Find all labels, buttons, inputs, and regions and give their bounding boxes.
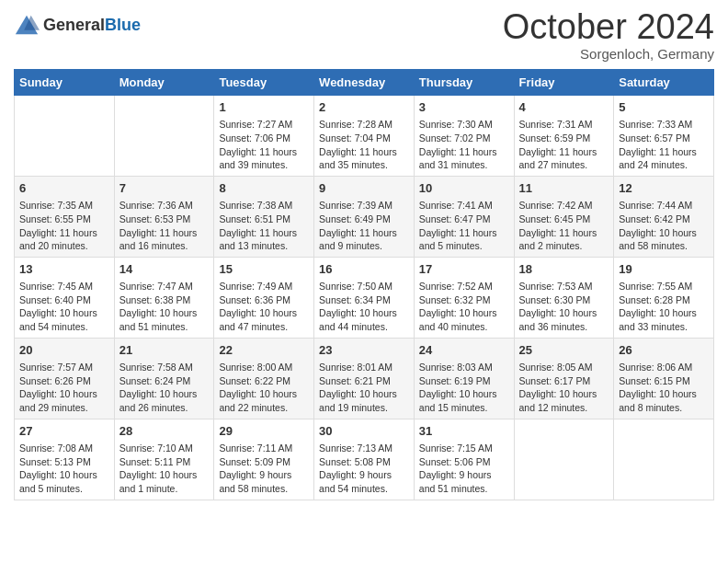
day-cell: 25Sunrise: 8:05 AM Sunset: 6:17 PM Dayli… (514, 338, 614, 419)
day-detail: Sunrise: 7:42 AM Sunset: 6:45 PM Dayligh… (519, 199, 609, 253)
day-cell: 31Sunrise: 7:15 AM Sunset: 5:06 PM Dayli… (414, 419, 514, 500)
day-detail: Sunrise: 7:33 AM Sunset: 6:57 PM Dayligh… (619, 118, 709, 172)
day-cell (15, 96, 115, 177)
day-number: 11 (519, 180, 609, 197)
day-detail: Sunrise: 7:08 AM Sunset: 5:13 PM Dayligh… (19, 442, 109, 496)
day-cell: 22Sunrise: 8:00 AM Sunset: 6:22 PM Dayli… (214, 338, 314, 419)
day-detail: Sunrise: 7:50 AM Sunset: 6:34 PM Dayligh… (319, 280, 409, 334)
col-sunday: Sunday (15, 70, 115, 96)
day-number: 16 (319, 261, 409, 278)
day-detail: Sunrise: 7:35 AM Sunset: 6:55 PM Dayligh… (19, 199, 109, 253)
day-detail: Sunrise: 7:27 AM Sunset: 7:06 PM Dayligh… (219, 118, 309, 172)
col-thursday: Thursday (414, 70, 514, 96)
day-number: 25 (519, 342, 609, 359)
day-detail: Sunrise: 7:44 AM Sunset: 6:42 PM Dayligh… (619, 199, 709, 253)
day-number: 30 (319, 423, 409, 440)
day-cell: 23Sunrise: 8:01 AM Sunset: 6:21 PM Dayli… (314, 338, 415, 419)
day-number: 22 (219, 342, 309, 359)
day-number: 2 (319, 99, 409, 116)
day-detail: Sunrise: 7:13 AM Sunset: 5:08 PM Dayligh… (319, 442, 409, 496)
day-number: 4 (519, 99, 609, 116)
day-cell: 30Sunrise: 7:13 AM Sunset: 5:08 PM Dayli… (314, 419, 415, 500)
day-cell: 11Sunrise: 7:42 AM Sunset: 6:45 PM Dayli… (514, 176, 614, 257)
day-detail: Sunrise: 7:30 AM Sunset: 7:02 PM Dayligh… (419, 118, 509, 172)
day-detail: Sunrise: 7:41 AM Sunset: 6:47 PM Dayligh… (419, 199, 509, 253)
day-detail: Sunrise: 7:31 AM Sunset: 6:59 PM Dayligh… (519, 118, 609, 172)
day-cell: 12Sunrise: 7:44 AM Sunset: 6:42 PM Dayli… (614, 176, 714, 257)
day-detail: Sunrise: 8:01 AM Sunset: 6:21 PM Dayligh… (319, 361, 409, 415)
week-row-5: 27Sunrise: 7:08 AM Sunset: 5:13 PM Dayli… (15, 419, 714, 500)
col-monday: Monday (114, 70, 214, 96)
col-tuesday: Tuesday (214, 70, 314, 96)
col-wednesday: Wednesday (314, 70, 415, 96)
day-number: 6 (19, 180, 109, 197)
day-cell: 15Sunrise: 7:49 AM Sunset: 6:36 PM Dayli… (214, 257, 314, 338)
calendar-table: Sunday Monday Tuesday Wednesday Thursday… (14, 69, 714, 500)
week-row-1: 1Sunrise: 7:27 AM Sunset: 7:06 PM Daylig… (15, 96, 714, 177)
day-detail: Sunrise: 7:53 AM Sunset: 6:30 PM Dayligh… (519, 280, 609, 334)
day-detail: Sunrise: 7:10 AM Sunset: 5:11 PM Dayligh… (119, 442, 210, 496)
day-number: 17 (419, 261, 509, 278)
logo-icon (14, 13, 40, 39)
week-row-3: 13Sunrise: 7:45 AM Sunset: 6:40 PM Dayli… (15, 257, 714, 338)
day-number: 12 (619, 180, 709, 197)
day-cell: 7Sunrise: 7:36 AM Sunset: 6:53 PM Daylig… (114, 176, 214, 257)
day-number: 14 (119, 261, 210, 278)
day-detail: Sunrise: 7:11 AM Sunset: 5:09 PM Dayligh… (219, 442, 309, 496)
day-detail: Sunrise: 7:47 AM Sunset: 6:38 PM Dayligh… (119, 280, 210, 334)
day-number: 5 (619, 99, 709, 116)
header: GeneralBlue October 2024 Sorgenloch, Ger… (14, 9, 714, 62)
day-cell: 16Sunrise: 7:50 AM Sunset: 6:34 PM Dayli… (314, 257, 415, 338)
day-cell: 2Sunrise: 7:28 AM Sunset: 7:04 PM Daylig… (314, 96, 415, 177)
day-number: 26 (619, 342, 709, 359)
day-detail: Sunrise: 7:38 AM Sunset: 6:51 PM Dayligh… (219, 199, 309, 253)
day-cell: 3Sunrise: 7:30 AM Sunset: 7:02 PM Daylig… (414, 96, 514, 177)
day-number: 18 (519, 261, 609, 278)
day-cell: 24Sunrise: 8:03 AM Sunset: 6:19 PM Dayli… (414, 338, 514, 419)
day-cell: 26Sunrise: 8:06 AM Sunset: 6:15 PM Dayli… (614, 338, 714, 419)
location: Sorgenloch, Germany (503, 46, 714, 62)
day-cell: 4Sunrise: 7:31 AM Sunset: 6:59 PM Daylig… (514, 96, 614, 177)
day-cell (614, 419, 714, 500)
day-number: 28 (119, 423, 210, 440)
day-cell: 17Sunrise: 7:52 AM Sunset: 6:32 PM Dayli… (414, 257, 514, 338)
day-cell (514, 419, 614, 500)
day-cell: 27Sunrise: 7:08 AM Sunset: 5:13 PM Dayli… (15, 419, 115, 500)
day-cell: 14Sunrise: 7:47 AM Sunset: 6:38 PM Dayli… (114, 257, 214, 338)
day-cell: 20Sunrise: 7:57 AM Sunset: 6:26 PM Dayli… (15, 338, 115, 419)
day-detail: Sunrise: 7:45 AM Sunset: 6:40 PM Dayligh… (19, 280, 109, 334)
day-number: 1 (219, 99, 309, 116)
day-detail: Sunrise: 7:57 AM Sunset: 6:26 PM Dayligh… (19, 361, 109, 415)
day-number: 23 (319, 342, 409, 359)
day-number: 7 (119, 180, 210, 197)
day-number: 3 (419, 99, 509, 116)
day-detail: Sunrise: 7:55 AM Sunset: 6:28 PM Dayligh… (619, 280, 709, 334)
day-detail: Sunrise: 7:49 AM Sunset: 6:36 PM Dayligh… (219, 280, 309, 334)
day-detail: Sunrise: 8:03 AM Sunset: 6:19 PM Dayligh… (419, 361, 509, 415)
day-detail: Sunrise: 8:00 AM Sunset: 6:22 PM Dayligh… (219, 361, 309, 415)
day-number: 31 (419, 423, 509, 440)
day-cell: 6Sunrise: 7:35 AM Sunset: 6:55 PM Daylig… (15, 176, 115, 257)
day-detail: Sunrise: 7:52 AM Sunset: 6:32 PM Dayligh… (419, 280, 509, 334)
day-detail: Sunrise: 7:39 AM Sunset: 6:49 PM Dayligh… (319, 199, 409, 253)
week-row-4: 20Sunrise: 7:57 AM Sunset: 6:26 PM Dayli… (15, 338, 714, 419)
day-cell: 18Sunrise: 7:53 AM Sunset: 6:30 PM Dayli… (514, 257, 614, 338)
logo-text: GeneralBlue (43, 16, 141, 36)
day-cell: 28Sunrise: 7:10 AM Sunset: 5:11 PM Dayli… (114, 419, 214, 500)
day-cell: 21Sunrise: 7:58 AM Sunset: 6:24 PM Dayli… (114, 338, 214, 419)
day-cell: 19Sunrise: 7:55 AM Sunset: 6:28 PM Dayli… (614, 257, 714, 338)
day-number: 19 (619, 261, 709, 278)
day-number: 21 (119, 342, 210, 359)
day-detail: Sunrise: 7:36 AM Sunset: 6:53 PM Dayligh… (119, 199, 210, 253)
day-cell (114, 96, 214, 177)
day-number: 24 (419, 342, 509, 359)
day-cell: 10Sunrise: 7:41 AM Sunset: 6:47 PM Dayli… (414, 176, 514, 257)
day-cell: 1Sunrise: 7:27 AM Sunset: 7:06 PM Daylig… (214, 96, 314, 177)
day-number: 9 (319, 180, 409, 197)
day-detail: Sunrise: 7:58 AM Sunset: 6:24 PM Dayligh… (119, 361, 210, 415)
day-detail: Sunrise: 7:28 AM Sunset: 7:04 PM Dayligh… (319, 118, 409, 172)
day-cell: 29Sunrise: 7:11 AM Sunset: 5:09 PM Dayli… (214, 419, 314, 500)
day-cell: 5Sunrise: 7:33 AM Sunset: 6:57 PM Daylig… (614, 96, 714, 177)
day-number: 27 (19, 423, 109, 440)
day-cell: 9Sunrise: 7:39 AM Sunset: 6:49 PM Daylig… (314, 176, 415, 257)
